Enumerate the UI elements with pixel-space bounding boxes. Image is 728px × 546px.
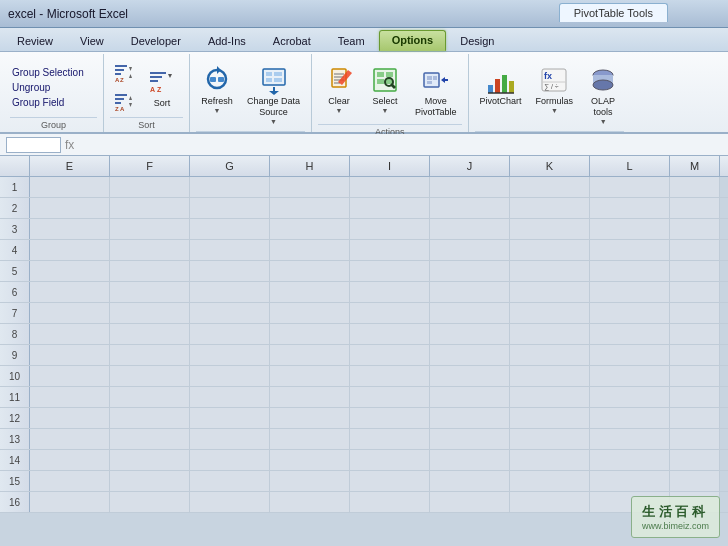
col-header-i[interactable]: I: [350, 156, 430, 176]
grid-cell[interactable]: [190, 324, 270, 344]
grid-cell[interactable]: [190, 366, 270, 386]
grid-cell[interactable]: [30, 387, 110, 407]
grid-cell[interactable]: [670, 177, 720, 197]
tab-acrobat[interactable]: Acrobat: [260, 31, 324, 51]
grid-cell[interactable]: [590, 366, 670, 386]
grid-cell[interactable]: [510, 303, 590, 323]
grid-cell[interactable]: [190, 387, 270, 407]
grid-cell[interactable]: [190, 198, 270, 218]
grid-cell[interactable]: [430, 429, 510, 449]
grid-cell[interactable]: [430, 492, 510, 512]
grid-cell[interactable]: [270, 429, 350, 449]
grid-cell[interactable]: [30, 219, 110, 239]
grid-cell[interactable]: [510, 408, 590, 428]
grid-cell[interactable]: [270, 471, 350, 491]
grid-cell[interactable]: [270, 324, 350, 344]
tab-team[interactable]: Team: [325, 31, 378, 51]
grid-cell[interactable]: [350, 324, 430, 344]
grid-cell[interactable]: [590, 240, 670, 260]
grid-cell[interactable]: [110, 240, 190, 260]
col-header-e[interactable]: E: [30, 156, 110, 176]
formulas-btn[interactable]: fx ∑ / ÷ Formulas ▼: [531, 60, 579, 118]
grid-cell[interactable]: [350, 345, 430, 365]
grid-cell[interactable]: [110, 177, 190, 197]
tab-review[interactable]: Review: [4, 31, 66, 51]
grid-cell[interactable]: [430, 219, 510, 239]
grid-cell[interactable]: [350, 366, 430, 386]
grid-cell[interactable]: [30, 366, 110, 386]
grid-cell[interactable]: [510, 198, 590, 218]
grid-cell[interactable]: [270, 408, 350, 428]
grid-cell[interactable]: [270, 240, 350, 260]
grid-cell[interactable]: [190, 303, 270, 323]
ungroup-btn[interactable]: Ungroup: [10, 81, 52, 94]
grid-cell[interactable]: [270, 282, 350, 302]
grid-cell[interactable]: [510, 177, 590, 197]
grid-cell[interactable]: [350, 261, 430, 281]
grid-cell[interactable]: [190, 177, 270, 197]
grid-cell[interactable]: [430, 450, 510, 470]
grid-cell[interactable]: [110, 450, 190, 470]
grid-cell[interactable]: [670, 219, 720, 239]
grid-cell[interactable]: [430, 345, 510, 365]
tab-developer[interactable]: Developer: [118, 31, 194, 51]
select-btn[interactable]: Select ▼: [364, 60, 406, 118]
grid-cell[interactable]: [30, 240, 110, 260]
tab-design[interactable]: Design: [447, 31, 507, 51]
grid-cell[interactable]: [110, 471, 190, 491]
grid-cell[interactable]: [590, 324, 670, 344]
grid-cell[interactable]: [510, 345, 590, 365]
sort-btn[interactable]: A Z Sort: [141, 62, 183, 113]
grid-cell[interactable]: [670, 387, 720, 407]
grid-cell[interactable]: [190, 450, 270, 470]
grid-cell[interactable]: [350, 282, 430, 302]
grid-cell[interactable]: [510, 219, 590, 239]
grid-cell[interactable]: [350, 198, 430, 218]
grid-cell[interactable]: [670, 324, 720, 344]
grid-cell[interactable]: [30, 261, 110, 281]
grid-cell[interactable]: [270, 261, 350, 281]
grid-cell[interactable]: [350, 492, 430, 512]
grid-cell[interactable]: [30, 471, 110, 491]
grid-cell[interactable]: [510, 429, 590, 449]
grid-cell[interactable]: [590, 450, 670, 470]
grid-cell[interactable]: [430, 240, 510, 260]
grid-cell[interactable]: [590, 282, 670, 302]
grid-cell[interactable]: [190, 282, 270, 302]
grid-cell[interactable]: [110, 219, 190, 239]
grid-cell[interactable]: [430, 471, 510, 491]
grid-cell[interactable]: [430, 387, 510, 407]
group-selection-btn[interactable]: Group Selection: [10, 66, 86, 79]
grid-cell[interactable]: [270, 492, 350, 512]
grid-cell[interactable]: [670, 240, 720, 260]
grid-cell[interactable]: [670, 366, 720, 386]
grid-cell[interactable]: [510, 240, 590, 260]
grid-cell[interactable]: [590, 387, 670, 407]
grid-cell[interactable]: [30, 492, 110, 512]
grid-cell[interactable]: [190, 345, 270, 365]
grid-cell[interactable]: [670, 282, 720, 302]
sort-az-btn[interactable]: A Z: [110, 60, 138, 86]
grid-cell[interactable]: [30, 303, 110, 323]
grid-cell[interactable]: [590, 198, 670, 218]
olap-tools-btn[interactable]: OLAP tools ▼: [582, 60, 624, 129]
grid-cell[interactable]: [270, 366, 350, 386]
grid-cell[interactable]: [30, 324, 110, 344]
grid-cell[interactable]: [670, 450, 720, 470]
grid-cell[interactable]: [670, 471, 720, 491]
tab-view[interactable]: View: [67, 31, 117, 51]
grid-cell[interactable]: [110, 261, 190, 281]
grid-cell[interactable]: [30, 429, 110, 449]
grid-cell[interactable]: [190, 471, 270, 491]
col-header-j[interactable]: J: [430, 156, 510, 176]
grid-cell[interactable]: [190, 492, 270, 512]
grid-cell[interactable]: [110, 345, 190, 365]
grid-cell[interactable]: [350, 219, 430, 239]
grid-cell[interactable]: [670, 408, 720, 428]
grid-cell[interactable]: [510, 450, 590, 470]
grid-cell[interactable]: [670, 198, 720, 218]
grid-cell[interactable]: [590, 429, 670, 449]
grid-cell[interactable]: [190, 429, 270, 449]
grid-cell[interactable]: [430, 366, 510, 386]
grid-cell[interactable]: [350, 471, 430, 491]
